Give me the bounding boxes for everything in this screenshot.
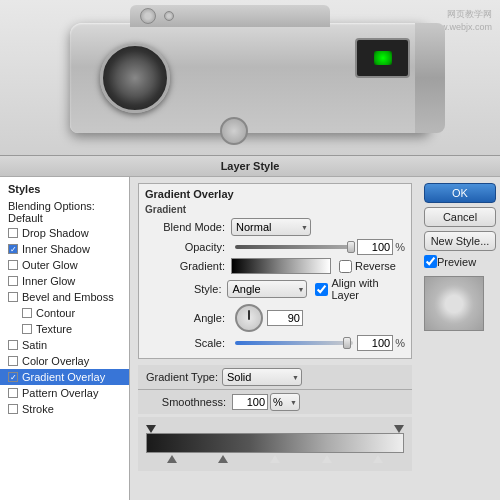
style-checkbox-contour[interactable] bbox=[22, 308, 32, 318]
angle-label: Angle: bbox=[145, 312, 225, 324]
gradient-type-label: Gradient Type: bbox=[146, 371, 218, 383]
style-label-inner-shadow: Inner Shadow bbox=[22, 243, 90, 255]
style-checkbox-color-overlay[interactable] bbox=[8, 356, 18, 366]
ok-button[interactable]: OK bbox=[424, 183, 496, 203]
style-item-inner-glow[interactable]: Inner Glow bbox=[0, 273, 129, 289]
style-checkbox-outer-glow[interactable] bbox=[8, 260, 18, 270]
style-label-gradient-overlay: Gradient Overlay bbox=[22, 371, 105, 383]
preview-inner bbox=[434, 284, 474, 324]
style-label-satin: Satin bbox=[22, 339, 47, 351]
scale-unit: % bbox=[395, 337, 405, 349]
reverse-checkbox[interactable] bbox=[339, 260, 352, 273]
style-checkbox-bevel-emboss[interactable] bbox=[8, 292, 18, 302]
gradient-preview[interactable] bbox=[231, 258, 331, 274]
style-select[interactable]: Angle Linear Radial Reflected Diamond bbox=[227, 280, 307, 298]
blend-mode-select-wrapper[interactable]: Normal Multiply Screen bbox=[231, 218, 311, 236]
cancel-button[interactable]: Cancel bbox=[424, 207, 496, 227]
scale-input[interactable] bbox=[357, 335, 393, 351]
opacity-thumb[interactable] bbox=[347, 241, 355, 253]
style-checkbox-gradient-overlay[interactable] bbox=[8, 372, 18, 382]
right-panel: OK Cancel New Style... Preview bbox=[420, 177, 500, 500]
align-layer-checkbox-label[interactable]: Align with Layer bbox=[315, 277, 405, 301]
style-item-blending-options[interactable]: Blending Options: Default bbox=[0, 199, 129, 225]
style-checkbox-pattern-overlay[interactable] bbox=[8, 388, 18, 398]
style-select-wrapper[interactable]: Angle Linear Radial Reflected Diamond bbox=[227, 280, 307, 298]
style-item-inner-shadow[interactable]: Inner Shadow bbox=[0, 241, 129, 257]
style-checkbox-drop-shadow[interactable] bbox=[8, 228, 18, 238]
stop-arrow-1[interactable] bbox=[146, 425, 156, 433]
scale-thumb[interactable] bbox=[343, 337, 351, 349]
style-label-color-overlay: Color Overlay bbox=[22, 355, 89, 367]
style-item-stroke[interactable]: Stroke bbox=[0, 401, 129, 417]
stop-bottom-2[interactable] bbox=[218, 455, 228, 463]
blend-mode-row: Blend Mode: Normal Multiply Screen bbox=[145, 218, 405, 236]
camera-body bbox=[70, 23, 430, 133]
reverse-checkbox-label[interactable]: Reverse bbox=[339, 260, 396, 273]
main-content: Gradient Overlay Gradient Blend Mode: No… bbox=[130, 177, 420, 500]
style-item-outer-glow[interactable]: Outer Glow bbox=[0, 257, 129, 273]
gradient-editor bbox=[138, 417, 412, 471]
stop-arrow-2[interactable] bbox=[394, 425, 404, 433]
preview-label: Preview bbox=[437, 256, 476, 268]
style-label-outer-glow: Outer Glow bbox=[22, 259, 78, 271]
style-label-stroke: Stroke bbox=[22, 403, 54, 415]
angle-dial[interactable] bbox=[235, 304, 263, 332]
style-checkbox-inner-shadow[interactable] bbox=[8, 244, 18, 254]
opacity-row: Opacity: % bbox=[145, 239, 405, 255]
blend-mode-select[interactable]: Normal Multiply Screen bbox=[231, 218, 311, 236]
styles-panel-title: Styles bbox=[0, 181, 129, 199]
smoothness-unit-select[interactable]: % bbox=[270, 393, 300, 411]
style-item-satin[interactable]: Satin bbox=[0, 337, 129, 353]
camera-viewfinder bbox=[355, 38, 410, 78]
styles-panel: Styles Blending Options: DefaultDrop Sha… bbox=[0, 177, 130, 500]
style-item-contour[interactable]: Contour bbox=[14, 305, 129, 321]
stop-bottom-3[interactable] bbox=[270, 455, 280, 463]
styles-list: Blending Options: DefaultDrop ShadowInne… bbox=[0, 199, 129, 417]
stop-bottom-4[interactable] bbox=[322, 455, 332, 463]
new-style-button[interactable]: New Style... bbox=[424, 231, 496, 251]
smoothness-unit-wrapper[interactable]: % bbox=[270, 393, 300, 411]
opacity-slider[interactable] bbox=[235, 245, 353, 249]
scale-slider[interactable] bbox=[235, 341, 353, 345]
style-checkbox-inner-glow[interactable] bbox=[8, 276, 18, 286]
camera-grip bbox=[415, 23, 445, 133]
style-item-bevel-emboss[interactable]: Bevel and Emboss bbox=[0, 289, 129, 305]
smoothness-row: Smoothness: % bbox=[138, 390, 412, 414]
gradient-type-bar: Gradient Type: Solid Noise bbox=[138, 365, 412, 390]
preview-checkbox[interactable] bbox=[424, 255, 437, 268]
gradient-overlay-section: Gradient Overlay Gradient Blend Mode: No… bbox=[138, 183, 412, 359]
style-label-bevel-emboss: Bevel and Emboss bbox=[22, 291, 114, 303]
style-item-pattern-overlay[interactable]: Pattern Overlay bbox=[0, 385, 129, 401]
gradient-subsection-title: Gradient bbox=[145, 204, 405, 215]
stop-bottom-1[interactable] bbox=[167, 455, 177, 463]
stop-bottom-5[interactable] bbox=[373, 455, 383, 463]
angle-row: Angle: bbox=[145, 304, 405, 332]
style-item-color-overlay[interactable]: Color Overlay bbox=[0, 353, 129, 369]
scale-row: Scale: % bbox=[145, 335, 405, 351]
camera-area: 网页教学网 www.webjx.com bbox=[0, 0, 500, 155]
style-item-texture[interactable]: Texture bbox=[14, 321, 129, 337]
reverse-label: Reverse bbox=[355, 260, 396, 272]
gradient-type-select-wrapper[interactable]: Solid Noise bbox=[222, 368, 302, 386]
gradient-stops-bottom bbox=[146, 455, 404, 467]
style-item-drop-shadow[interactable]: Drop Shadow bbox=[0, 225, 129, 241]
watermark-line1: 网页教学网 bbox=[428, 8, 492, 21]
smoothness-label: Smoothness: bbox=[146, 396, 226, 408]
camera-top-controls bbox=[130, 5, 330, 27]
angle-input[interactable] bbox=[267, 310, 303, 326]
opacity-input[interactable] bbox=[357, 239, 393, 255]
style-checkbox-texture[interactable] bbox=[22, 324, 32, 334]
style-checkbox-satin[interactable] bbox=[8, 340, 18, 350]
style-label-pattern-overlay: Pattern Overlay bbox=[22, 387, 98, 399]
gradient-bar[interactable] bbox=[146, 433, 404, 453]
camera-shutter-button bbox=[140, 8, 156, 24]
style-item-gradient-overlay[interactable]: Gradient Overlay bbox=[0, 369, 129, 385]
gradient-type-select[interactable]: Solid Noise bbox=[222, 368, 302, 386]
opacity-label: Opacity: bbox=[145, 241, 225, 253]
smoothness-input[interactable] bbox=[232, 394, 268, 410]
align-layer-checkbox[interactable] bbox=[315, 283, 328, 296]
preview-checkbox-row: Preview bbox=[424, 255, 496, 268]
viewfinder-display bbox=[374, 51, 392, 65]
gradient-stops-top bbox=[146, 421, 404, 433]
style-checkbox-stroke[interactable] bbox=[8, 404, 18, 414]
